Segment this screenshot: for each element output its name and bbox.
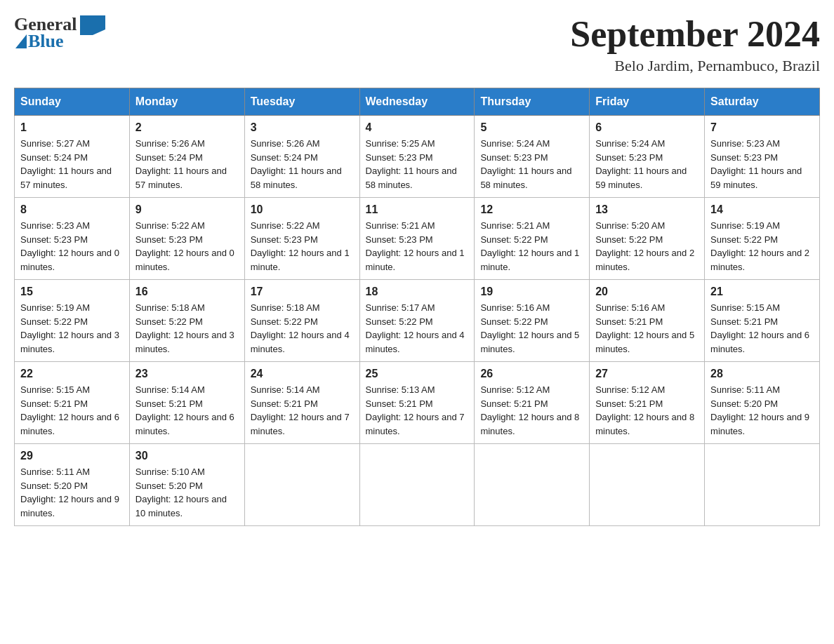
table-row: 6 Sunrise: 5:24 AM Sunset: 5:23 PM Dayli… — [590, 116, 705, 198]
day-info: Sunrise: 5:14 AM Sunset: 5:21 PM Dayligh… — [251, 383, 354, 438]
logo-chevron-icon — [15, 34, 27, 48]
day-info: Sunrise: 5:15 AM Sunset: 5:21 PM Dayligh… — [710, 301, 814, 356]
table-row — [359, 444, 475, 526]
day-info: Sunrise: 5:11 AM Sunset: 5:20 PM Dayligh… — [710, 383, 814, 438]
table-row: 8 Sunrise: 5:23 AM Sunset: 5:23 PM Dayli… — [15, 198, 130, 280]
day-info: Sunrise: 5:18 AM Sunset: 5:22 PM Dayligh… — [251, 301, 354, 356]
col-monday: Monday — [129, 88, 244, 116]
day-number: 25 — [366, 368, 469, 380]
day-number: 24 — [251, 368, 354, 380]
day-number: 30 — [135, 450, 239, 462]
col-wednesday: Wednesday — [359, 88, 475, 116]
day-info: Sunrise: 5:20 AM Sunset: 5:22 PM Dayligh… — [595, 219, 699, 274]
day-number: 21 — [710, 286, 814, 298]
col-tuesday: Tuesday — [244, 88, 359, 116]
calendar-title: September 2024 — [570, 14, 820, 54]
day-info: Sunrise: 5:22 AM Sunset: 5:23 PM Dayligh… — [135, 219, 239, 274]
day-info: Sunrise: 5:26 AM Sunset: 5:24 PM Dayligh… — [251, 137, 354, 192]
col-friday: Friday — [590, 88, 705, 116]
calendar-table: Sunday Monday Tuesday Wednesday Thursday… — [14, 88, 820, 526]
day-number: 13 — [595, 203, 699, 216]
table-row: 24 Sunrise: 5:14 AM Sunset: 5:21 PM Dayl… — [244, 362, 359, 444]
day-info: Sunrise: 5:25 AM Sunset: 5:23 PM Dayligh… — [366, 137, 469, 192]
day-number: 6 — [595, 121, 699, 134]
day-info: Sunrise: 5:21 AM Sunset: 5:22 PM Dayligh… — [480, 219, 583, 274]
table-row: 7 Sunrise: 5:23 AM Sunset: 5:23 PM Dayli… — [705, 116, 820, 198]
day-info: Sunrise: 5:11 AM Sunset: 5:20 PM Dayligh… — [20, 465, 124, 520]
day-number: 18 — [366, 286, 469, 298]
day-number: 7 — [710, 121, 814, 134]
table-row: 23 Sunrise: 5:14 AM Sunset: 5:21 PM Dayl… — [129, 362, 244, 444]
day-info: Sunrise: 5:24 AM Sunset: 5:23 PM Dayligh… — [595, 137, 699, 192]
day-info: Sunrise: 5:16 AM Sunset: 5:22 PM Dayligh… — [480, 301, 583, 356]
table-row: 25 Sunrise: 5:13 AM Sunset: 5:21 PM Dayl… — [359, 362, 475, 444]
day-number: 22 — [20, 368, 124, 380]
table-row: 17 Sunrise: 5:18 AM Sunset: 5:22 PM Dayl… — [244, 280, 359, 362]
table-row — [475, 444, 590, 526]
table-row: 28 Sunrise: 5:11 AM Sunset: 5:20 PM Dayl… — [705, 362, 820, 444]
page-header: General Blue September 2024 Belo Jardim,… — [14, 14, 820, 75]
day-info: Sunrise: 5:12 AM Sunset: 5:21 PM Dayligh… — [480, 383, 583, 438]
col-thursday: Thursday — [475, 88, 590, 116]
table-row: 5 Sunrise: 5:24 AM Sunset: 5:23 PM Dayli… — [475, 116, 590, 198]
day-info: Sunrise: 5:24 AM Sunset: 5:23 PM Dayligh… — [480, 137, 583, 192]
table-row — [705, 444, 820, 526]
day-number: 5 — [480, 121, 583, 134]
table-row: 4 Sunrise: 5:25 AM Sunset: 5:23 PM Dayli… — [359, 116, 475, 198]
table-row: 21 Sunrise: 5:15 AM Sunset: 5:21 PM Dayl… — [705, 280, 820, 362]
calendar-week-3: 15 Sunrise: 5:19 AM Sunset: 5:22 PM Dayl… — [15, 280, 820, 362]
day-number: 10 — [251, 203, 354, 216]
day-info: Sunrise: 5:23 AM Sunset: 5:23 PM Dayligh… — [710, 137, 814, 192]
logo-flag-icon — [80, 15, 105, 35]
table-row: 29 Sunrise: 5:11 AM Sunset: 5:20 PM Dayl… — [15, 444, 130, 526]
day-number: 2 — [135, 121, 239, 134]
day-number: 14 — [710, 203, 814, 216]
table-row: 1 Sunrise: 5:27 AM Sunset: 5:24 PM Dayli… — [15, 116, 130, 198]
day-info: Sunrise: 5:13 AM Sunset: 5:21 PM Dayligh… — [366, 383, 469, 438]
day-number: 15 — [20, 286, 124, 298]
table-row: 14 Sunrise: 5:19 AM Sunset: 5:22 PM Dayl… — [705, 198, 820, 280]
table-row: 13 Sunrise: 5:20 AM Sunset: 5:22 PM Dayl… — [590, 198, 705, 280]
table-row: 9 Sunrise: 5:22 AM Sunset: 5:23 PM Dayli… — [129, 198, 244, 280]
day-info: Sunrise: 5:19 AM Sunset: 5:22 PM Dayligh… — [710, 219, 814, 274]
day-number: 23 — [135, 368, 239, 380]
day-number: 9 — [135, 203, 239, 216]
day-number: 11 — [366, 203, 469, 216]
day-number: 3 — [251, 121, 354, 134]
day-number: 8 — [20, 203, 124, 216]
day-info: Sunrise: 5:12 AM Sunset: 5:21 PM Dayligh… — [595, 383, 699, 438]
calendar-week-4: 22 Sunrise: 5:15 AM Sunset: 5:21 PM Dayl… — [15, 362, 820, 444]
day-info: Sunrise: 5:10 AM Sunset: 5:20 PM Dayligh… — [135, 465, 239, 520]
day-number: 19 — [480, 286, 583, 298]
day-info: Sunrise: 5:21 AM Sunset: 5:23 PM Dayligh… — [366, 219, 469, 274]
day-number: 27 — [595, 368, 699, 380]
calendar-week-5: 29 Sunrise: 5:11 AM Sunset: 5:20 PM Dayl… — [15, 444, 820, 526]
logo: General Blue — [14, 14, 105, 52]
calendar-header-row: Sunday Monday Tuesday Wednesday Thursday… — [15, 88, 820, 116]
day-number: 28 — [710, 368, 814, 380]
day-info: Sunrise: 5:15 AM Sunset: 5:21 PM Dayligh… — [20, 383, 124, 438]
day-info: Sunrise: 5:22 AM Sunset: 5:23 PM Dayligh… — [251, 219, 354, 274]
table-row: 3 Sunrise: 5:26 AM Sunset: 5:24 PM Dayli… — [244, 116, 359, 198]
col-sunday: Sunday — [15, 88, 130, 116]
day-number: 17 — [251, 286, 354, 298]
table-row: 2 Sunrise: 5:26 AM Sunset: 5:24 PM Dayli… — [129, 116, 244, 198]
day-info: Sunrise: 5:26 AM Sunset: 5:24 PM Dayligh… — [135, 137, 239, 192]
calendar-subtitle: Belo Jardim, Pernambuco, Brazil — [570, 57, 820, 75]
day-info: Sunrise: 5:17 AM Sunset: 5:22 PM Dayligh… — [366, 301, 469, 356]
day-info: Sunrise: 5:27 AM Sunset: 5:24 PM Dayligh… — [20, 137, 124, 192]
day-number: 16 — [135, 286, 239, 298]
day-number: 29 — [20, 450, 124, 462]
table-row: 26 Sunrise: 5:12 AM Sunset: 5:21 PM Dayl… — [475, 362, 590, 444]
title-area: September 2024 Belo Jardim, Pernambuco, … — [570, 14, 820, 75]
day-info: Sunrise: 5:18 AM Sunset: 5:22 PM Dayligh… — [135, 301, 239, 356]
table-row: 30 Sunrise: 5:10 AM Sunset: 5:20 PM Dayl… — [129, 444, 244, 526]
col-saturday: Saturday — [705, 88, 820, 116]
table-row: 22 Sunrise: 5:15 AM Sunset: 5:21 PM Dayl… — [15, 362, 130, 444]
table-row: 20 Sunrise: 5:16 AM Sunset: 5:21 PM Dayl… — [590, 280, 705, 362]
day-number: 20 — [595, 286, 699, 298]
table-row: 19 Sunrise: 5:16 AM Sunset: 5:22 PM Dayl… — [475, 280, 590, 362]
day-info: Sunrise: 5:19 AM Sunset: 5:22 PM Dayligh… — [20, 301, 124, 356]
table-row: 27 Sunrise: 5:12 AM Sunset: 5:21 PM Dayl… — [590, 362, 705, 444]
day-number: 1 — [20, 121, 124, 134]
